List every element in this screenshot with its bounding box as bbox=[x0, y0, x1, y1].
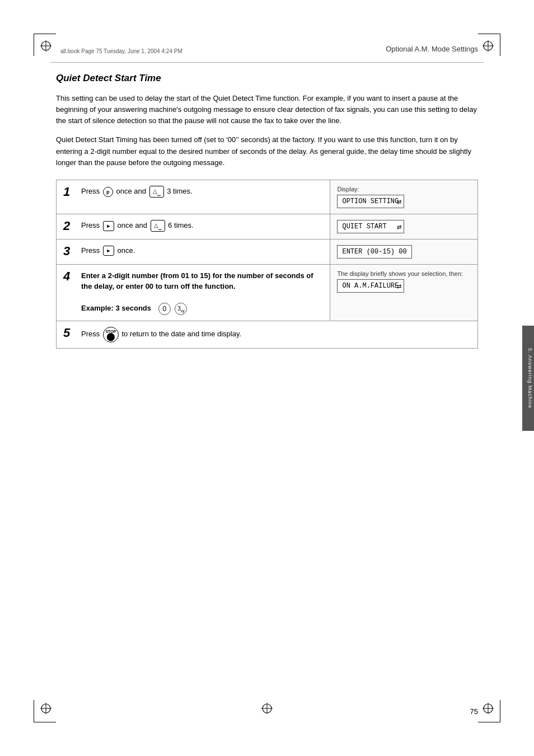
step-1-right: Display: OPTION SETTING ⇄ bbox=[330, 180, 478, 214]
display-label-1: Display: bbox=[337, 186, 471, 192]
next-button-icon-3: ► bbox=[103, 246, 114, 256]
intro-paragraph-2: Quiet Detect Start Timing has been turne… bbox=[56, 134, 478, 168]
table-row: 2 Press ► once and △‿ 6 times. QUIET STA… bbox=[57, 214, 478, 239]
step-5-content: Press STOP ⬤ to return to the date and t… bbox=[81, 327, 471, 342]
reg-mark-br bbox=[483, 703, 494, 716]
display-box-2: QUIET START ⇄ bbox=[337, 220, 404, 233]
step-5-left: 5 Press STOP ⬤ to return to the date and… bbox=[57, 321, 478, 349]
next-button-icon-2: ► bbox=[103, 221, 114, 231]
display-arrow-4: ⇄ bbox=[397, 281, 401, 290]
steps-table: 1 Press p once and △‿ 3 times. Display: … bbox=[56, 180, 478, 349]
table-row: 4 Enter a 2-digit number (from 01 to 15)… bbox=[57, 264, 478, 321]
p-button-icon: p bbox=[103, 187, 113, 197]
step-number-2: 2 bbox=[63, 220, 70, 232]
display-text-4: ON A.M.FAILURE bbox=[342, 282, 399, 290]
side-tab-text: 5. Answering Machine bbox=[527, 348, 533, 408]
section-title: Quiet Detect Start Time bbox=[56, 73, 478, 84]
step-2-right: QUIET START ⇄ bbox=[330, 214, 478, 239]
header-divider bbox=[50, 60, 484, 63]
step-4-bold-text: Enter a 2-digit number (from 01 to 15) f… bbox=[81, 271, 313, 291]
display-arrow-1: ⇄ bbox=[397, 196, 401, 206]
intro-paragraph-1: This setting can be used to delay the st… bbox=[56, 93, 478, 126]
step-4-right: The display briefly shows your selection… bbox=[330, 264, 478, 321]
stop-button-icon: STOP ⬤ bbox=[103, 327, 119, 342]
step-3-right: ENTER (00-15) 00 bbox=[330, 239, 478, 264]
step-2-content: Press ► once and △‿ 6 times. bbox=[81, 220, 323, 232]
file-info: all.book Page 75 Tuesday, June 1, 2004 4… bbox=[60, 48, 182, 54]
page-header-title: Optional A.M. Mode Settings bbox=[386, 45, 478, 53]
page-number: 75 bbox=[470, 707, 478, 716]
main-content: Quiet Detect Start Time This setting can… bbox=[56, 73, 478, 349]
side-tab: 5. Answering Machine bbox=[522, 325, 534, 430]
table-row: 5 Press STOP ⬤ to return to the date and… bbox=[57, 321, 478, 349]
step-number-1: 1 bbox=[63, 186, 70, 198]
step-number-5: 5 bbox=[63, 327, 70, 339]
display-box-3: ENTER (00-15) 00 bbox=[337, 245, 411, 259]
step-4-left: 4 Enter a 2-digit number (from 01 to 15)… bbox=[57, 264, 330, 321]
key-3-icon: 3xy bbox=[175, 303, 187, 315]
step-3-content: Press ► once. bbox=[81, 245, 323, 256]
up-arrow-icon-2: △‿ bbox=[151, 220, 165, 232]
display-text-1: OPTION SETTING bbox=[342, 198, 399, 205]
display-text-2: QUIET START bbox=[342, 223, 386, 231]
reg-mark-tr bbox=[483, 40, 494, 53]
step-4-content: Enter a 2-digit number (from 01 to 15) f… bbox=[81, 270, 323, 316]
reg-mark-bc bbox=[261, 703, 273, 716]
step-3-left: 3 Press ► once. bbox=[57, 239, 330, 264]
table-row: 1 Press p once and △‿ 3 times. Display: … bbox=[57, 180, 478, 214]
step-number-3: 3 bbox=[63, 245, 70, 257]
reg-mark-bl bbox=[40, 703, 51, 716]
up-arrow-icon-1: △‿ bbox=[149, 186, 164, 198]
display-arrow-2: ⇄ bbox=[397, 222, 401, 231]
display-box-1: OPTION SETTING ⇄ bbox=[337, 195, 404, 208]
step-4-example-label: Example: 3 seconds bbox=[81, 304, 151, 313]
step-1-left: 1 Press p once and △‿ 3 times. bbox=[57, 180, 330, 214]
step-number-4: 4 bbox=[63, 270, 70, 283]
key-0-icon: 0 bbox=[158, 303, 171, 315]
reg-mark-tl bbox=[40, 40, 51, 53]
table-row: 3 Press ► once. ENTER (00-15) 00 bbox=[57, 239, 478, 264]
step-1-content: Press p once and △‿ 3 times. bbox=[81, 186, 323, 198]
display-box-4: ON A.M.FAILURE ⇄ bbox=[337, 279, 404, 293]
display-label-4: The display briefly shows your selection… bbox=[337, 270, 471, 277]
display-text-3: ENTER (00-15) 00 bbox=[342, 248, 406, 256]
step-2-left: 2 Press ► once and △‿ 6 times. bbox=[57, 214, 330, 239]
